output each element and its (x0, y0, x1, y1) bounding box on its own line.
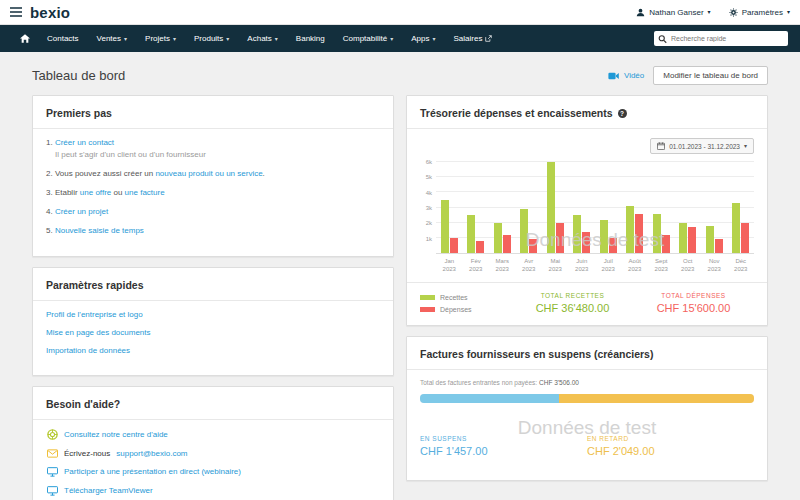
bar-depenses (609, 238, 617, 253)
nav-item-label: Apps (411, 34, 429, 43)
x-tick-label: Jan2023 (436, 257, 463, 273)
first-steps-link[interactable]: une facture (125, 188, 165, 197)
bar-depenses (635, 214, 643, 253)
total-recettes-label: TOTAL RECETTES (512, 292, 633, 299)
quick-settings-link-mise-en-page-des-documents[interactable]: Mise en page des documents (46, 328, 380, 337)
chevron-down-icon: ▾ (390, 36, 393, 42)
chevron-down-icon: ▾ (708, 9, 711, 15)
quick-settings-link-importation-de-donnees[interactable]: Importation de données (46, 346, 380, 355)
nav-item-label: Achats (247, 34, 271, 43)
chevron-down-icon: ▾ (787, 9, 790, 15)
chevron-down-icon: ▾ (275, 36, 278, 42)
gear-icon (729, 8, 738, 17)
x-tick-label: Nov2023 (701, 257, 728, 273)
x-tick-label: Mars2023 (489, 257, 516, 273)
divider (33, 128, 393, 129)
list-number: 1. (46, 138, 55, 147)
bar-group-juin (569, 162, 596, 253)
legend-label: Recettes (440, 294, 468, 301)
bar-group-sept (648, 162, 675, 253)
bar-depenses (715, 239, 723, 253)
first-steps-link[interactable]: Nouvelle saisie de temps (55, 226, 144, 235)
bar-group-nov (701, 162, 728, 253)
nav-item-contacts[interactable]: Contacts (38, 25, 88, 52)
nav-item-label: Produits (194, 34, 223, 43)
nav-item-produits[interactable]: Produits▾ (185, 25, 238, 52)
nav-item-apps[interactable]: Apps▾ (402, 25, 444, 52)
nav-item-comptabilite[interactable]: Comptabilité▾ (334, 25, 402, 52)
x-tick-label: Juil2023 (595, 257, 622, 273)
x-tick-label: Sept2023 (648, 257, 675, 273)
treasury-totals: RecettesDépenses TOTAL RECETTES CHF 36'4… (420, 292, 754, 314)
quick-settings-link-profil-de-l-entreprise-et-logo[interactable]: Profil de l'entreprise et logo (46, 310, 380, 319)
nav-item-achats[interactable]: Achats▾ (238, 25, 286, 52)
help-items: Consultez notre centre d'aideÉcrivez-nou… (46, 429, 380, 496)
first-steps-link[interactable]: une offre (80, 188, 111, 197)
bar-depenses (556, 223, 564, 253)
info-icon[interactable]: ? (618, 109, 627, 118)
nav-item-home[interactable] (12, 25, 38, 52)
settings-label: Paramètres (742, 8, 783, 17)
settings-menu[interactable]: Paramètres ▾ (729, 8, 790, 17)
x-tick-label: Mai2023 (542, 257, 569, 273)
external-link-icon (485, 35, 492, 42)
nav-item-label: Banking (296, 34, 325, 43)
list-number: 2. (46, 169, 55, 178)
chevron-down-icon: ▾ (124, 36, 127, 42)
help-item: Participer à une présentation en direct … (46, 467, 380, 477)
first-steps-item: 2. Vous pouvez aussi créer un nouveau pr… (46, 169, 380, 178)
creditors-subtitle-amount: CHF 3'506.00 (539, 379, 579, 386)
nav-item-ventes[interactable]: Ventes▾ (88, 25, 136, 52)
search-input[interactable] (654, 31, 788, 46)
help-link[interactable]: Consultez notre centre d'aide (64, 430, 168, 439)
help-link[interactable]: support@bexio.com (116, 449, 187, 458)
first-steps-link[interactable]: Créer un contact (55, 138, 114, 147)
user-menu[interactable]: Nathan Ganser ▾ (636, 8, 710, 17)
bar-recettes (494, 223, 502, 253)
bar-group-fev (463, 162, 490, 253)
total-depenses-label: TOTAL DÉPENSES (633, 292, 754, 299)
nav-item-banking[interactable]: Banking (287, 25, 334, 52)
nav-item-salaires[interactable]: Salaires (445, 25, 502, 52)
y-tick-label: 6k (426, 159, 432, 165)
bar-recettes (520, 209, 528, 253)
first-steps-text: ou (111, 188, 124, 197)
bar-recettes (653, 214, 661, 253)
video-camera-icon (608, 72, 620, 80)
creditors-stacked-bar (420, 394, 754, 403)
bar-depenses (529, 239, 537, 253)
first-steps-link[interactable]: Créer un projet (55, 207, 108, 216)
monitor-icon (46, 486, 58, 496)
nav-item-projets[interactable]: Projets▾ (136, 25, 185, 52)
creditors-bottom: Données de test EN SUSPENS CHF 1'457.00 … (420, 407, 754, 469)
treasury-chart: 1k2k3k4k5k6k Données de test (420, 162, 754, 254)
list-number: 5. (46, 226, 55, 235)
video-button[interactable]: Vidéo (608, 71, 644, 80)
date-range-button[interactable]: 01.01.2023 - 31.12.2023 ▾ (650, 138, 754, 154)
first-steps-note: Il peut s'agir d'un client ou d'un fourn… (46, 150, 380, 159)
bexio-logo[interactable]: bexio (30, 4, 70, 21)
card-title: Besoin d'aide? (46, 398, 380, 410)
bar-group-aout (622, 162, 649, 253)
first-steps-item: 4. Créer un projet (46, 207, 380, 216)
y-tick-label: 3k (426, 205, 432, 211)
x-tick-label: Oct2023 (675, 257, 702, 273)
first-steps-item: 5. Nouvelle saisie de temps (46, 226, 380, 235)
bar-recettes (679, 223, 687, 253)
main-nav: ContactsVentes▾Projets▾Produits▾Achats▾B… (0, 25, 800, 52)
x-tick-label: Déc2023 (728, 257, 755, 273)
bar-depenses (450, 238, 458, 253)
menu-icon[interactable] (10, 7, 22, 17)
first-steps-link[interactable]: nouveau produit ou un service (155, 169, 262, 178)
en-retard-value: CHF 2'049.00 (587, 445, 655, 457)
help-link[interactable]: Télécharger TeamViewer (64, 486, 153, 495)
y-tick-label: 4k (426, 190, 432, 196)
edit-dashboard-button[interactable]: Modifier le tableau de bord (653, 66, 768, 85)
nav-items: ContactsVentes▾Projets▾Produits▾Achats▾B… (38, 25, 501, 52)
bar-group-oct (675, 162, 702, 253)
help-item: Écrivez-nous support@bexio.com (46, 449, 380, 458)
bar-recettes (600, 220, 608, 253)
total-depenses-value: CHF 15'600.00 (633, 302, 754, 314)
help-link[interactable]: Participer à une présentation en direct … (64, 467, 241, 476)
card-title: Trésorerie dépenses et encaissements (420, 107, 613, 119)
